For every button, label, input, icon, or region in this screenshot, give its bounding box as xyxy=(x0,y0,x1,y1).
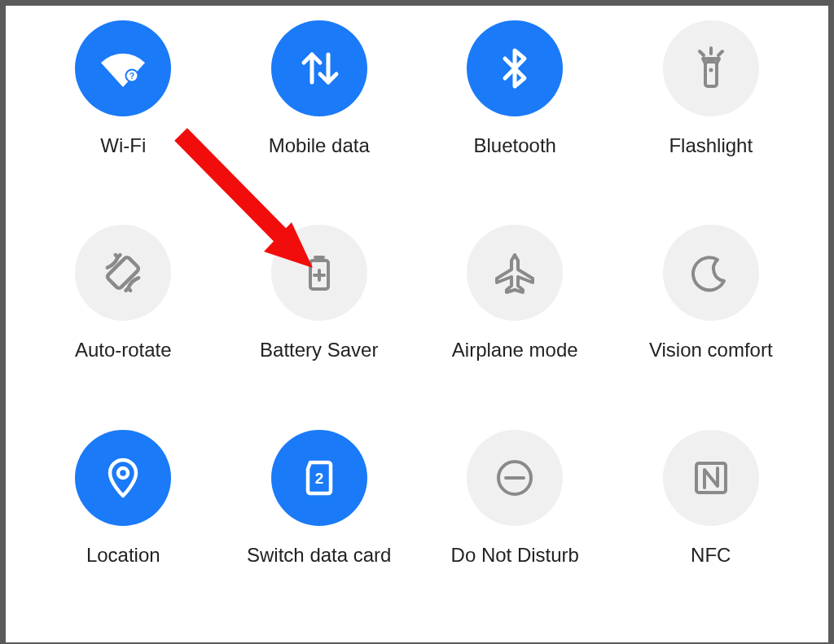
tile-airplane-mode[interactable]: Airplane mode xyxy=(417,225,613,429)
svg-rect-10 xyxy=(107,256,140,290)
airplane-icon xyxy=(467,225,563,321)
sim-card-icon: 2 xyxy=(271,430,367,526)
tile-switch-data-card[interactable]: 2 Switch data card xyxy=(222,430,418,634)
quick-settings-grid: ? Wi-Fi Mobile data Bluet xyxy=(6,6,828,642)
tile-label: Battery Saver xyxy=(260,339,378,361)
tile-nfc[interactable]: NFC xyxy=(613,430,810,634)
tile-auto-rotate[interactable]: Auto-rotate xyxy=(25,225,222,429)
svg-line-8 xyxy=(700,51,704,55)
battery-saver-icon xyxy=(271,225,367,321)
tile-mobile-data[interactable]: Mobile data xyxy=(222,20,418,225)
svg-point-15 xyxy=(118,468,128,478)
tile-label: Switch data card xyxy=(247,544,391,567)
tile-label: Airplane mode xyxy=(452,339,578,361)
location-icon xyxy=(75,430,171,526)
tile-label: Auto-rotate xyxy=(75,339,172,361)
svg-line-9 xyxy=(718,51,722,55)
tile-label: Mobile data xyxy=(269,134,370,157)
bluetooth-icon xyxy=(467,20,563,116)
tile-vision-comfort[interactable]: Vision comfort xyxy=(613,225,810,429)
tile-battery-saver[interactable]: Battery Saver xyxy=(222,225,418,429)
tile-label: Do Not Disturb xyxy=(451,544,579,567)
tile-bluetooth[interactable]: Bluetooth xyxy=(417,20,613,225)
quick-settings-panel: ? Wi-Fi Mobile data Bluet xyxy=(0,0,834,644)
svg-rect-5 xyxy=(705,62,717,86)
nfc-icon xyxy=(663,430,759,526)
tile-label: Bluetooth xyxy=(474,134,556,157)
tile-flashlight[interactable]: Flashlight xyxy=(613,20,810,225)
flashlight-icon xyxy=(663,20,759,116)
tile-label: NFC xyxy=(691,544,731,567)
mobile-data-icon xyxy=(271,20,367,116)
svg-point-6 xyxy=(709,68,713,72)
wifi-icon: ? xyxy=(75,20,171,116)
tile-location[interactable]: Location xyxy=(25,430,222,634)
tile-do-not-disturb[interactable]: Do Not Disturb xyxy=(417,430,613,634)
dnd-icon xyxy=(467,430,563,526)
tile-label: Vision comfort xyxy=(649,339,773,361)
auto-rotate-icon xyxy=(75,225,171,321)
svg-text:?: ? xyxy=(129,72,134,81)
tile-label: Flashlight xyxy=(669,134,753,157)
tile-label: Location xyxy=(86,544,160,567)
svg-text:2: 2 xyxy=(314,470,323,487)
tile-label: Wi-Fi xyxy=(100,134,146,157)
tile-wifi[interactable]: ? Wi-Fi xyxy=(25,20,222,225)
moon-icon xyxy=(663,225,759,321)
